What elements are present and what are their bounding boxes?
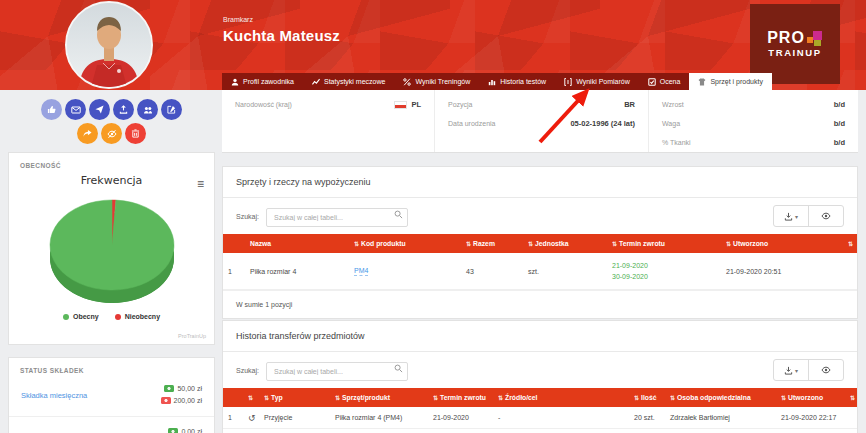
hide-visibility-button[interactable] — [101, 123, 122, 144]
check-square-icon — [648, 78, 656, 86]
col-utworzono[interactable]: ⇅Utworzono — [776, 388, 845, 407]
transfer-type: Wypożyczenie — [259, 429, 330, 433]
email-button[interactable] — [65, 99, 86, 120]
equipment-search-input[interactable] — [266, 208, 408, 227]
transfer-product: Piłka rozmiar 4 (PM4) — [330, 407, 428, 429]
column-visibility-button[interactable] — [808, 360, 843, 380]
legend-item-nieobecny[interactable]: Nieobecny — [115, 313, 160, 320]
attendance-card-label: OBECNOŚĆ — [9, 153, 214, 169]
transfers-card-title: Historia transferów przedmiotów — [223, 321, 857, 352]
birthdate-value: 05-02-1996 (24 lat) — [570, 119, 635, 128]
sort-icon: ⇅ — [850, 395, 855, 401]
share-button[interactable] — [77, 123, 98, 144]
fees-card-label: STATUS SKŁADEK — [9, 358, 214, 374]
upload-button[interactable] — [113, 99, 134, 120]
equipment-table-header: Nazwa ⇅Kod produktu ⇅Razem ⇅Jednostka ⇅T… — [223, 234, 857, 253]
transfers-table-header: ⇅ ⇅Typ ⇅Sprzęt/produkt ⇅Termin zwrotu ⇅Ź… — [223, 388, 857, 407]
col-nazwa[interactable]: Nazwa — [245, 234, 349, 253]
search-icon — [394, 364, 403, 373]
col-termin-zwrotu[interactable]: ⇅Termin zwrotu — [428, 388, 493, 407]
tab-ocena[interactable]: Ocena — [639, 73, 690, 90]
player-equipment-page: { "header": { "role": "Bramkarz", "name"… — [0, 0, 866, 433]
calipers-icon — [564, 78, 572, 86]
tissue-label: % Tkanki — [662, 139, 691, 146]
col-zrodlo-cel[interactable]: ⇅Źródło/cel — [493, 388, 629, 407]
share-arrow-icon — [83, 129, 92, 138]
sort-icon: ⇅ — [466, 241, 471, 247]
search-label: Szukaj: — [236, 367, 259, 374]
return-icon: ↺ — [248, 413, 256, 423]
col-termin-zwrotu[interactable]: ⇅Termin zwrotu — [607, 234, 721, 253]
transfer-created: 21-09-2020 22:17 — [776, 407, 845, 429]
export-download-button[interactable]: ▾ — [774, 206, 808, 226]
sort-icon: ⇅ — [433, 395, 438, 401]
percent-stats-icon — [403, 78, 411, 86]
position-value: BR — [624, 100, 635, 109]
users-button[interactable] — [137, 99, 158, 120]
transfers-search-input[interactable] — [266, 362, 408, 381]
col-osoba-odpowiedzialna[interactable]: ⇅Osoba odpowiedzialna — [665, 388, 776, 407]
col-typ[interactable]: ⇅Typ — [259, 388, 330, 407]
position-label: Pozycja — [448, 101, 473, 108]
col-type-icon[interactable]: ⇅ — [243, 388, 259, 407]
col-razem[interactable]: ⇅Razem — [461, 234, 523, 253]
chart-watermark: ProTrainUp — [178, 333, 206, 339]
column-visibility-button[interactable] — [808, 206, 843, 226]
col-kod-produktu[interactable]: ⇅Kod produktu — [349, 234, 461, 253]
col-jednostka[interactable]: ⇅Jednostka — [523, 234, 607, 253]
height-label: Wzrost — [662, 101, 684, 108]
fee-item-equipment: sprzet 0,00 zł 100,00 zł — [9, 416, 214, 433]
sort-icon: ⇅ — [354, 241, 359, 247]
transfers-table: ⇅ ⇅Typ ⇅Sprzęt/produkt ⇅Termin zwrotu ⇅Ź… — [223, 388, 857, 433]
attendance-pie-chart — [9, 189, 214, 311]
col-sprzet-produkt[interactable]: ⇅Sprzęt/produkt — [330, 388, 428, 407]
sort-icon: ⇅ — [498, 395, 503, 401]
tab-statystyki-meczowe[interactable]: Statystyki meczowe — [303, 73, 394, 90]
col-ilosc[interactable]: ⇅Ilość — [629, 388, 665, 407]
sort-icon: ⇅ — [670, 395, 675, 401]
tab-sprzet-i-produkty[interactable]: Sprzęt i produkty — [689, 73, 772, 90]
logo-text-pro: PRO — [767, 31, 805, 45]
tab-historia-testow[interactable]: Historia testów — [479, 73, 555, 90]
tab-wyniki-treningow[interactable]: Wyniki Treningów — [394, 73, 479, 90]
transfer-created: 22-09-2020 12:51 — [776, 429, 845, 433]
export-download-button[interactable]: ▾ — [774, 360, 808, 380]
return-dates: 21-09-2020 30-09-2020 — [607, 253, 721, 290]
legend-item-obecny[interactable]: Obecny — [63, 313, 99, 320]
sort-icon: ⇅ — [612, 241, 617, 247]
nationality-value: PL — [394, 100, 421, 109]
edit-button[interactable] — [161, 99, 182, 120]
height-value: b/d — [834, 100, 845, 109]
equipment-table: Nazwa ⇅Kod produktu ⇅Razem ⇅Jednostka ⇅T… — [223, 234, 857, 290]
tab-profil-zawodnika[interactable]: Profil zawodnika — [222, 73, 303, 90]
transfer-product: Piłka rozmiar 4 (PM4) — [330, 429, 428, 433]
users-icon — [143, 105, 153, 115]
transfers-table-row: 1 ↺ Przyjęcie Piłka rozmiar 4 (PM4) 21-0… — [223, 407, 857, 429]
col-extra[interactable]: ⇅ — [843, 234, 857, 253]
transfer-type: Przyjęcie — [259, 407, 330, 429]
eye-icon — [821, 365, 831, 375]
delete-button[interactable] — [125, 123, 146, 144]
row-index: 1 — [223, 407, 243, 429]
col-utworzono[interactable]: ⇅Utworzono — [721, 234, 843, 253]
col-extra[interactable]: ⇅ — [845, 388, 857, 407]
sort-icon: ⇅ — [528, 241, 533, 247]
tab-wyniki-pomiarow[interactable]: Wyniki Pomiarów — [555, 73, 639, 90]
search-label: Szukaj: — [236, 213, 259, 220]
person-icon — [231, 78, 239, 86]
transfer-history-card: Historia transferów przedmiotów Szukaj: … — [222, 320, 858, 433]
poland-flag-icon — [394, 101, 407, 109]
thumbs-up-button[interactable] — [41, 99, 62, 120]
transfers-table-tools: ▾ — [773, 359, 844, 381]
transfer-source: - — [493, 407, 629, 429]
chart-menu-icon[interactable]: ≡ — [197, 179, 204, 189]
fee-link-monthly[interactable]: Składka miesięczna — [21, 391, 87, 400]
product-code-link[interactable]: PM4 — [354, 266, 368, 276]
sort-icon: ⇅ — [634, 395, 639, 401]
player-role: Bramkarz — [223, 16, 340, 23]
player-info-panel: Narodowość (kraj) PL Pozycja BR Data uro… — [222, 90, 858, 153]
legend-dot-green — [63, 314, 69, 320]
transfers-toolbar: Szukaj: ▾ — [223, 352, 857, 388]
paid-banknote-icon — [164, 385, 174, 392]
send-message-button[interactable] — [89, 99, 110, 120]
